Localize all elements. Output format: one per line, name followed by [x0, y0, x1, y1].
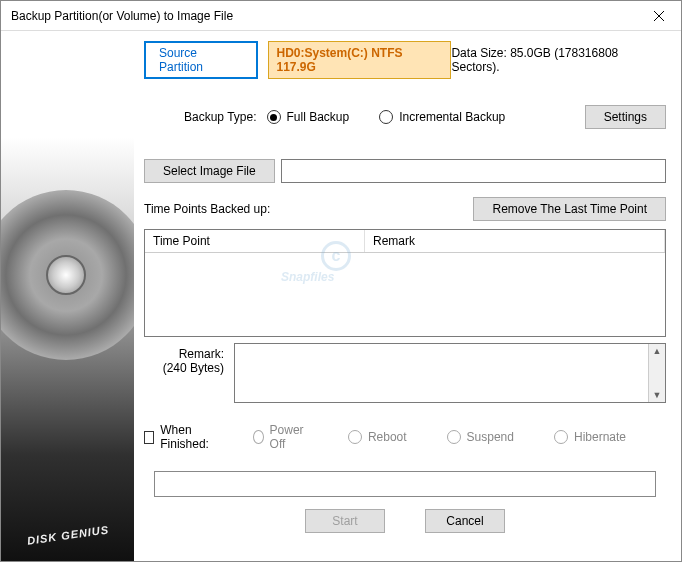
progress-row	[144, 471, 666, 497]
remark-label: Remark:	[144, 347, 224, 361]
select-image-row: Select Image File	[144, 159, 666, 183]
sidebar-graphic: DISK GENIUS	[1, 31, 134, 561]
data-size-label: Data Size: 85.0GB (178316808 Sectors).	[451, 46, 666, 74]
start-button[interactable]: Start	[305, 509, 385, 533]
when-finished-row: When Finished: Power Off Reboot Suspend …	[144, 423, 666, 451]
scroll-up-icon: ▲	[651, 344, 664, 358]
backup-type-label: Backup Type:	[184, 110, 257, 124]
table-header: Time Point Remark	[145, 230, 665, 253]
column-timepoint[interactable]: Time Point	[145, 230, 365, 252]
radio-suspend[interactable]: Suspend	[447, 430, 514, 444]
remark-bytes: (240 Bytes)	[144, 361, 224, 375]
radio-icon	[253, 430, 264, 444]
close-icon	[654, 11, 664, 21]
timepoints-label: Time Points Backed up:	[144, 202, 270, 216]
poweroff-label: Power Off	[270, 423, 308, 451]
radio-hibernate[interactable]: Hibernate	[554, 430, 626, 444]
select-image-file-button[interactable]: Select Image File	[144, 159, 275, 183]
column-remark[interactable]: Remark	[365, 230, 665, 252]
when-finished-label: When Finished:	[160, 423, 223, 451]
radio-reboot[interactable]: Reboot	[348, 430, 407, 444]
remark-row: Remark: (240 Bytes) ▲ ▼	[144, 343, 666, 403]
timepoints-header-row: Time Points Backed up: Remove The Last T…	[144, 197, 666, 221]
tab-source-partition[interactable]: Source Partition	[144, 41, 258, 79]
remark-scrollbar[interactable]: ▲ ▼	[648, 344, 665, 402]
partition-info: HD0:System(C:) NTFS 117.9G	[268, 41, 452, 79]
action-buttons-row: Start Cancel	[144, 509, 666, 543]
window-title: Backup Partition(or Volume) to Image Fil…	[11, 9, 233, 23]
backup-type-row: Backup Type: Full Backup Incremental Bac…	[144, 105, 666, 129]
timepoints-table: Time Point Remark	[144, 229, 666, 337]
title-bar: Backup Partition(or Volume) to Image Fil…	[1, 1, 681, 31]
radio-icon	[379, 110, 393, 124]
image-file-path-input[interactable]	[281, 159, 666, 183]
radio-icon	[348, 430, 362, 444]
radio-full-label: Full Backup	[287, 110, 350, 124]
radio-icon	[267, 110, 281, 124]
brand-text: DISK GENIUS	[26, 523, 109, 546]
tabs-row: Source Partition HD0:System(C:) NTFS 117…	[144, 41, 666, 79]
settings-button[interactable]: Settings	[585, 105, 666, 129]
remark-textarea[interactable]: ▲ ▼	[234, 343, 666, 403]
cancel-button[interactable]: Cancel	[425, 509, 505, 533]
radio-incremental-backup[interactable]: Incremental Backup	[379, 110, 505, 124]
remark-label-group: Remark: (240 Bytes)	[144, 343, 234, 375]
when-finished-checkbox[interactable]	[144, 431, 154, 444]
progress-bar	[154, 471, 656, 497]
radio-icon	[554, 430, 568, 444]
reboot-label: Reboot	[368, 430, 407, 444]
disk-illustration	[1, 190, 134, 360]
radio-incremental-label: Incremental Backup	[399, 110, 505, 124]
hibernate-label: Hibernate	[574, 430, 626, 444]
radio-poweroff[interactable]: Power Off	[253, 423, 308, 451]
remove-last-timepoint-button[interactable]: Remove The Last Time Point	[473, 197, 666, 221]
close-button[interactable]	[636, 1, 681, 31]
scroll-down-icon: ▼	[651, 388, 664, 402]
main-panel: Source Partition HD0:System(C:) NTFS 117…	[134, 31, 681, 561]
content-area: DISK GENIUS Source Partition HD0:System(…	[1, 31, 681, 561]
suspend-label: Suspend	[467, 430, 514, 444]
radio-icon	[447, 430, 461, 444]
radio-full-backup[interactable]: Full Backup	[267, 110, 350, 124]
